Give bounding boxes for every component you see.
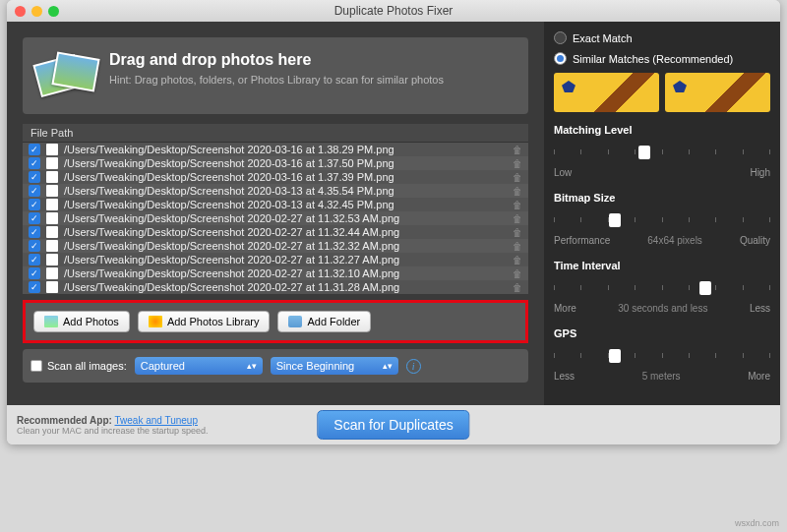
trash-icon[interactable]: 🗑	[513, 200, 522, 210]
section-title: Time Interval	[554, 260, 770, 271]
gps-section: GPS Less5 metersMore	[554, 327, 770, 382]
scan-all-checkbox[interactable]	[30, 360, 42, 372]
time-interval-slider[interactable]	[554, 277, 770, 299]
file-row[interactable]: ✓/Users/Tweaking/Desktop/Screenshot 2020…	[23, 253, 528, 266]
file-path: /Users/Tweaking/Desktop/Screenshot 2020-…	[64, 254, 507, 266]
trash-icon[interactable]: 🗑	[513, 186, 522, 197]
preview-thumb	[554, 73, 659, 112]
exact-match-radio[interactable]: Exact Match	[554, 31, 770, 44]
file-list[interactable]: ✓/Users/Tweaking/Desktop/Screenshot 2020…	[23, 143, 528, 294]
photo-icon	[44, 316, 58, 327]
add-photos-library-button[interactable]: Add Photos Library	[138, 311, 271, 332]
file-row[interactable]: ✓/Users/Tweaking/Desktop/Screenshot 2020…	[23, 266, 528, 280]
file-icon	[46, 157, 58, 169]
file-path: /Users/Tweaking/Desktop/Screenshot 2020-…	[64, 144, 507, 155]
scan-all-row: Scan all images: Captured▴▾ Since Beginn…	[23, 349, 528, 383]
footer: Recommended App: Tweak and Tuneup Clean …	[7, 405, 780, 444]
file-icon	[46, 240, 58, 252]
trash-icon[interactable]: 🗑	[513, 158, 522, 169]
file-checkbox[interactable]: ✓	[29, 157, 40, 169]
trash-icon[interactable]: 🗑	[513, 268, 522, 279]
photos-stack-icon	[36, 51, 95, 100]
folder-icon	[288, 316, 302, 327]
file-row[interactable]: ✓/Users/Tweaking/Desktop/Screenshot 2020…	[23, 184, 528, 198]
preview-thumb	[665, 73, 770, 112]
file-row[interactable]: ✓/Users/Tweaking/Desktop/Screenshot 2020…	[23, 170, 528, 184]
bitmap-size-section: Bitmap Size Performance64x64 pixelsQuali…	[554, 192, 770, 246]
trash-icon[interactable]: 🗑	[513, 213, 522, 224]
matching-level-section: Matching Level LowHigh	[554, 124, 770, 178]
gps-slider[interactable]	[554, 345, 770, 367]
slider-knob[interactable]	[638, 146, 650, 159]
section-title: GPS	[554, 327, 770, 339]
file-checkbox[interactable]: ✓	[29, 240, 40, 252]
drop-heading: Drag and drop photos here	[109, 51, 444, 69]
trash-icon[interactable]: 🗑	[513, 282, 522, 293]
file-icon	[46, 254, 58, 266]
captured-select[interactable]: Captured▴▾	[135, 357, 263, 375]
drop-zone[interactable]: Drag and drop photos here Hint: Drag pho…	[23, 37, 528, 114]
file-row[interactable]: ✓/Users/Tweaking/Desktop/Screenshot 2020…	[23, 239, 528, 253]
file-row[interactable]: ✓/Users/Tweaking/Desktop/Screenshot 2020…	[23, 156, 528, 170]
add-folder-button[interactable]: Add Folder	[277, 311, 371, 332]
file-path: /Users/Tweaking/Desktop/Screenshot 2020-…	[64, 226, 507, 238]
file-checkbox[interactable]: ✓	[29, 226, 40, 238]
file-path: /Users/Tweaking/Desktop/Screenshot 2020-…	[64, 185, 507, 197]
matching-level-slider[interactable]	[554, 142, 770, 163]
file-path: /Users/Tweaking/Desktop/Screenshot 2020-…	[64, 267, 507, 279]
file-row[interactable]: ✓/Users/Tweaking/Desktop/Screenshot 2020…	[23, 211, 528, 225]
file-row[interactable]: ✓/Users/Tweaking/Desktop/Screenshot 2020…	[23, 143, 528, 156]
file-checkbox[interactable]: ✓	[29, 254, 40, 266]
scan-all-checkbox-label[interactable]: Scan all images:	[30, 360, 127, 372]
titlebar: Duplicate Photos Fixer	[7, 0, 780, 22]
info-icon[interactable]: i	[406, 359, 421, 374]
bitmap-size-slider[interactable]	[554, 209, 770, 231]
file-checkbox[interactable]: ✓	[29, 144, 40, 155]
trash-icon[interactable]: 🗑	[513, 172, 522, 183]
file-checkbox[interactable]: ✓	[29, 171, 40, 183]
file-row[interactable]: ✓/Users/Tweaking/Desktop/Screenshot 2020…	[23, 225, 528, 239]
slider-knob[interactable]	[609, 349, 621, 363]
file-path: /Users/Tweaking/Desktop/Screenshot 2020-…	[64, 157, 507, 169]
add-library-label: Add Photos Library	[167, 316, 260, 327]
trash-icon[interactable]: 🗑	[513, 145, 522, 155]
slider-knob[interactable]	[609, 213, 621, 227]
trash-icon[interactable]: 🗑	[513, 255, 522, 266]
file-row[interactable]: ✓/Users/Tweaking/Desktop/Screenshot 2020…	[23, 280, 528, 294]
file-icon	[46, 199, 58, 210]
file-checkbox[interactable]: ✓	[29, 185, 40, 197]
file-checkbox[interactable]: ✓	[29, 281, 40, 293]
section-title: Bitmap Size	[554, 192, 770, 204]
tweak-tuneup-link[interactable]: Tweak and Tuneup	[114, 415, 198, 426]
file-icon	[46, 144, 58, 155]
file-icon	[46, 267, 58, 279]
photos-library-icon	[149, 316, 162, 327]
file-row[interactable]: ✓/Users/Tweaking/Desktop/Screenshot 2020…	[23, 198, 528, 211]
file-path: /Users/Tweaking/Desktop/Screenshot 2020-…	[64, 240, 507, 252]
file-path: /Users/Tweaking/Desktop/Screenshot 2020-…	[64, 212, 507, 224]
trash-icon[interactable]: 🗑	[513, 227, 522, 238]
add-photos-label: Add Photos	[63, 316, 119, 327]
add-photos-button[interactable]: Add Photos	[33, 311, 130, 332]
watermark: wsxdn.com	[735, 518, 779, 528]
file-checkbox[interactable]: ✓	[29, 199, 40, 210]
similar-match-radio[interactable]: Similar Matches (Recommended)	[554, 52, 770, 65]
recommended-app: Recommended App: Tweak and Tuneup Clean …	[17, 415, 209, 436]
drop-hint: Hint: Drag photos, folders, or Photos Li…	[109, 73, 444, 88]
section-title: Matching Level	[554, 124, 770, 136]
window-title: Duplicate Photos Fixer	[7, 4, 780, 18]
file-path: /Users/Tweaking/Desktop/Screenshot 2020-…	[64, 199, 507, 210]
add-folder-label: Add Folder	[307, 316, 360, 327]
file-checkbox[interactable]: ✓	[29, 267, 40, 279]
trash-icon[interactable]: 🗑	[513, 241, 522, 252]
scan-duplicates-button[interactable]: Scan for Duplicates	[317, 410, 469, 440]
since-select[interactable]: Since Beginning▴▾	[271, 357, 398, 375]
file-icon	[46, 185, 58, 197]
file-checkbox[interactable]: ✓	[29, 212, 40, 224]
add-buttons-row: Add Photos Add Photos Library Add Folder	[23, 300, 528, 343]
radio-icon	[554, 52, 567, 65]
slider-knob[interactable]	[699, 281, 711, 295]
time-interval-section: Time Interval More30 seconds and lessLes…	[554, 260, 770, 314]
file-icon	[46, 226, 58, 238]
file-path: /Users/Tweaking/Desktop/Screenshot 2020-…	[64, 171, 507, 183]
